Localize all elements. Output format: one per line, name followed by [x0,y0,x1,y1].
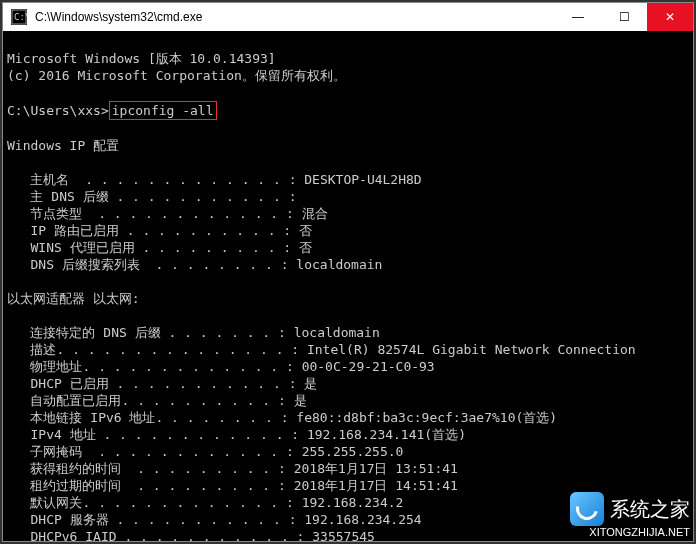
primary-dns-suffix-row: 主 DNS 后缀 . . . . . . . . . . . : [7,189,304,204]
banner-line-1: Microsoft Windows [版本 10.0.14393] [7,51,276,66]
svg-text:C:\: C:\ [14,12,27,22]
lease-obtained-row: 获得租约的时间 . . . . . . . . . : 2018年1月17日 1… [7,461,458,476]
command-highlight: ipconfig -all [109,101,217,120]
ethernet-adapter-header: 以太网适配器 以太网: [7,291,140,306]
ipv4-address-row: IPv4 地址 . . . . . . . . . . . . : 192.16… [7,427,466,442]
hostname-row: 主机名 . . . . . . . . . . . . . : DESKTOP-… [7,172,422,187]
auto-config-row: 自动配置已启用. . . . . . . . . . : 是 [7,393,307,408]
titlebar[interactable]: C:\ C:\Windows\system32\cmd.exe — ☐ ✕ [3,3,693,31]
lease-expires-row: 租约过期的时间 . . . . . . . . . : 2018年1月17日 1… [7,478,458,493]
node-type-row: 节点类型 . . . . . . . . . . . . : 混合 [7,206,328,221]
dhcpv6-iaid-row: DHCPv6 IAID . . . . . . . . . . . : 3355… [7,529,375,541]
cmd-icon: C:\ [9,7,29,27]
prompt-line: C:\Users\xxs>ipconfig -all [7,103,217,118]
conn-dns-suffix-row: 连接特定的 DNS 后缀 . . . . . . . : localdomain [7,325,380,340]
wins-proxy-row: WINS 代理已启用 . . . . . . . . . : 否 [7,240,312,255]
prompt-path: C:\Users\xxs> [7,103,109,118]
link-local-ipv6-row: 本地链接 IPv6 地址. . . . . . . . : fe80::d8bf… [7,410,557,425]
dns-search-list-row: DNS 后缀搜索列表 . . . . . . . . : localdomain [7,257,382,272]
description-row: 描述. . . . . . . . . . . . . . . : Intel(… [7,342,636,357]
banner-line-2: (c) 2016 Microsoft Corporation。保留所有权利。 [7,68,346,83]
default-gateway-row: 默认网关. . . . . . . . . . . . . : 192.168.… [7,495,403,510]
dhcp-server-row: DHCP 服务器 . . . . . . . . . . . : 192.168… [7,512,422,527]
cmd-window: C:\ C:\Windows\system32\cmd.exe — ☐ ✕ Mi… [2,2,694,542]
close-button[interactable]: ✕ [647,3,693,31]
ip-routing-row: IP 路由已启用 . . . . . . . . . . : 否 [7,223,312,238]
window-title: C:\Windows\system32\cmd.exe [35,10,555,24]
subnet-mask-row: 子网掩码 . . . . . . . . . . . . : 255.255.2… [7,444,403,459]
window-controls: — ☐ ✕ [555,3,693,31]
dhcp-enabled-row: DHCP 已启用 . . . . . . . . . . . : 是 [7,376,317,391]
maximize-button[interactable]: ☐ [601,3,647,31]
screenshot-frame: C:\ C:\Windows\system32\cmd.exe — ☐ ✕ Mi… [0,0,696,544]
physical-address-row: 物理地址. . . . . . . . . . . . . : 00-0C-29… [7,359,435,374]
minimize-button[interactable]: — [555,3,601,31]
ip-config-header: Windows IP 配置 [7,138,119,153]
terminal-output[interactable]: Microsoft Windows [版本 10.0.14393] (c) 20… [3,31,693,541]
